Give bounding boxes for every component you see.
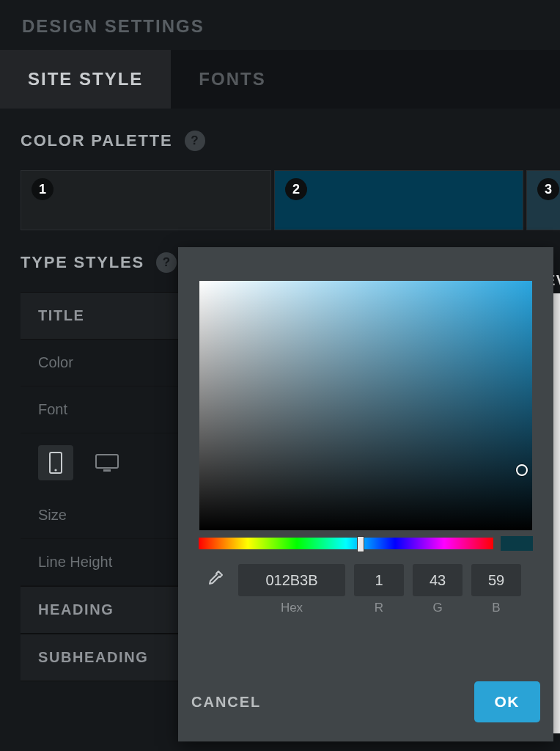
r-label: R (375, 601, 383, 615)
saturation-value-field[interactable] (199, 281, 532, 530)
desktop-icon[interactable] (89, 445, 125, 480)
swatch-3[interactable]: 3 (526, 170, 560, 230)
mobile-icon[interactable] (38, 445, 73, 480)
cancel-button[interactable]: CANCEL (191, 694, 261, 711)
swatch-2[interactable]: 2 (274, 170, 523, 230)
swatch-number: 2 (285, 178, 307, 200)
color-picker: Hex R G B CANCEL OK (178, 247, 553, 741)
g-input[interactable] (413, 564, 463, 596)
help-icon[interactable]: ? (185, 131, 205, 151)
hex-input[interactable] (238, 564, 345, 596)
hue-slider[interactable] (199, 538, 493, 549)
sv-cursor[interactable] (516, 464, 528, 476)
b-label: B (492, 601, 500, 615)
page-title: DESIGN SETTINGS (0, 0, 560, 50)
eyedropper-icon[interactable] (199, 564, 229, 595)
color-palette: 1 2 3 (21, 170, 539, 230)
g-label: G (432, 601, 442, 615)
current-color-swatch (501, 536, 533, 551)
tab-site-style[interactable]: SITE STYLE (0, 50, 171, 109)
ok-button[interactable]: OK (474, 681, 541, 722)
color-palette-title: COLOR PALETTE (21, 131, 173, 150)
svg-point-1 (54, 469, 56, 471)
hex-label: Hex (281, 601, 303, 615)
tab-fonts[interactable]: FONTS (171, 50, 293, 109)
hue-thumb[interactable] (357, 536, 364, 552)
swatch-number: 3 (537, 178, 559, 200)
b-input[interactable] (471, 564, 521, 596)
type-styles-title: TYPE STYLES (21, 253, 144, 272)
swatch-1[interactable]: 1 (21, 170, 271, 230)
svg-rect-2 (96, 455, 118, 468)
svg-rect-3 (103, 469, 111, 472)
r-input[interactable] (354, 564, 404, 596)
help-icon[interactable]: ? (156, 252, 177, 273)
tabs: SITE STYLE FONTS (0, 50, 560, 109)
swatch-number: 1 (32, 178, 54, 200)
